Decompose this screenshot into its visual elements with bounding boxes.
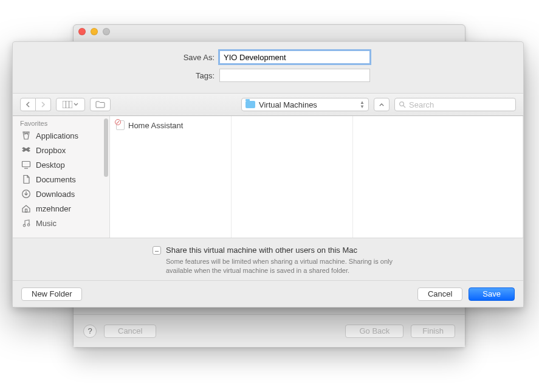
- sidebar-item-label: Applications: [36, 131, 78, 140]
- new-folder-button[interactable]: New Folder: [21, 287, 82, 301]
- share-area: – Share this virtual machine with other …: [13, 238, 523, 280]
- sidebar-item-label: Music: [36, 219, 57, 228]
- column-2: [232, 116, 353, 238]
- view-mode-button[interactable]: [56, 98, 85, 111]
- sidebar-item-label: mzehnder: [36, 204, 71, 213]
- folder-icon: [245, 101, 255, 108]
- columns-icon: [63, 101, 72, 108]
- tags-input[interactable]: [219, 69, 370, 82]
- sidebar-item-music[interactable]: Music: [13, 216, 109, 230]
- sheet-header: Save As: Tags:: [13, 42, 523, 93]
- music-icon: [21, 218, 31, 228]
- parent-footer: Customize Settings ? Cancel Go Back Fini…: [74, 314, 465, 347]
- sidebar-item-home[interactable]: mzehnder: [13, 201, 109, 216]
- vm-file-icon: [116, 120, 125, 130]
- minimize-window-icon[interactable]: [91, 28, 98, 35]
- share-description: Some features will be limited when shari…: [166, 257, 409, 275]
- sidebar-item-label: Downloads: [36, 190, 75, 199]
- chevron-left-icon: [26, 101, 30, 108]
- path-select[interactable]: Virtual Machines ▲▼: [241, 98, 369, 111]
- finish-button: Finish: [411, 325, 455, 338]
- path-label: Virtual Machines: [259, 100, 317, 109]
- titlebar: [74, 25, 465, 38]
- sidebar-item-desktop[interactable]: Desktop: [13, 157, 109, 172]
- save-as-label: Save As:: [13, 53, 219, 62]
- sidebar-item-downloads[interactable]: Downloads: [13, 187, 109, 201]
- back-button[interactable]: [20, 98, 36, 111]
- svg-point-9: [23, 224, 26, 227]
- file-browser: Favorites Applications Dropbox Desktop D…: [13, 116, 523, 238]
- search-field[interactable]: [394, 98, 516, 111]
- save-sheet: Save As: Tags: Virtual Machines: [12, 41, 524, 308]
- column-3: [353, 116, 523, 238]
- go-back-button: Go Back: [345, 325, 403, 338]
- chevron-right-icon: [41, 101, 46, 108]
- downloads-icon: [21, 189, 31, 199]
- svg-rect-8: [26, 209, 27, 212]
- close-window-icon[interactable]: [78, 28, 86, 35]
- dropbox-icon: [21, 145, 31, 155]
- sidebar-item-label: Dropbox: [36, 146, 66, 155]
- applications-icon: [21, 131, 31, 140]
- parent-cancel-button: Cancel: [104, 325, 156, 338]
- tags-label: Tags:: [13, 71, 219, 80]
- toolbar: Virtual Machines ▲▼: [13, 93, 523, 116]
- sidebar: Favorites Applications Dropbox Desktop D…: [13, 116, 110, 238]
- sidebar-section-header: Favorites: [13, 116, 109, 128]
- svg-rect-0: [63, 101, 72, 108]
- svg-point-3: [400, 102, 404, 106]
- documents-icon: [21, 174, 31, 184]
- zoom-window-icon: [103, 28, 110, 35]
- collapse-button[interactable]: [374, 98, 390, 111]
- chevron-down-icon: [74, 103, 78, 106]
- svg-point-10: [27, 224, 30, 226]
- desktop-icon: [21, 160, 31, 170]
- svg-line-4: [403, 106, 405, 108]
- svg-rect-5: [22, 162, 30, 167]
- list-item-label: Home Assistant: [128, 121, 183, 130]
- search-icon: [399, 101, 406, 108]
- search-input[interactable]: [409, 100, 512, 109]
- home-icon: [21, 204, 31, 213]
- sidebar-item-label: Desktop: [36, 160, 65, 170]
- save-as-input[interactable]: [219, 50, 370, 64]
- stepper-icon: ▲▼: [360, 100, 365, 109]
- chevron-up-icon: [379, 103, 384, 107]
- column-1: Home Assistant: [110, 116, 232, 238]
- share-label: Share this virtual machine with other us…: [166, 246, 357, 255]
- sidebar-item-dropbox[interactable]: Dropbox: [13, 143, 109, 157]
- cancel-button[interactable]: Cancel: [417, 287, 462, 301]
- save-button[interactable]: Save: [469, 287, 515, 301]
- list-item[interactable]: Home Assistant: [114, 119, 227, 132]
- folder-outline-icon: [95, 101, 105, 108]
- nav-back-forward: [20, 98, 51, 111]
- sidebar-item-label: Documents: [36, 175, 76, 184]
- sidebar-item-applications[interactable]: Applications: [13, 128, 109, 143]
- help-button[interactable]: ?: [83, 325, 97, 338]
- show-items-button[interactable]: [90, 98, 111, 111]
- sidebar-scrollbar[interactable]: [104, 119, 108, 177]
- forward-button[interactable]: [36, 98, 51, 111]
- sidebar-item-documents[interactable]: Documents: [13, 172, 109, 187]
- sheet-footer: New Folder Cancel Save: [13, 280, 523, 307]
- share-checkbox[interactable]: –: [153, 246, 161, 255]
